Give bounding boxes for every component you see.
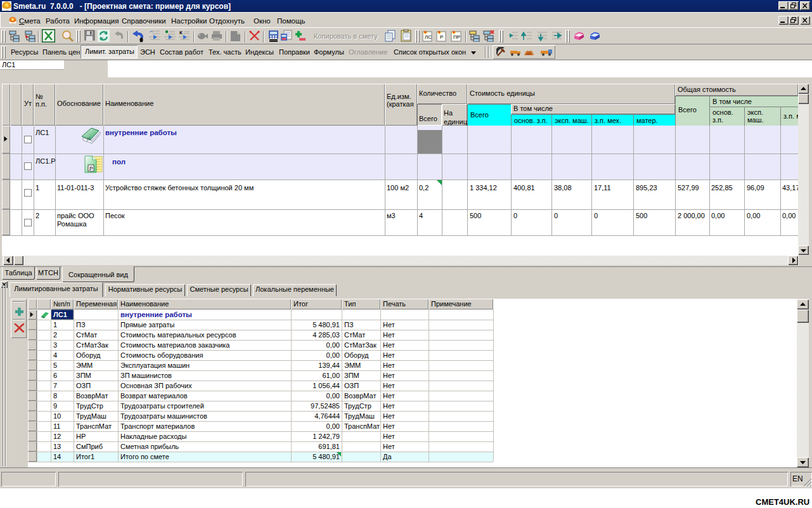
svg-text:P: P <box>89 166 93 172</box>
svg-text:ПР: ПР <box>453 34 460 40</box>
svg-text:К: К <box>179 30 183 36</box>
svg-text:Р: Р <box>440 34 443 40</box>
svg-text:ЛС: ЛС <box>425 34 432 40</box>
